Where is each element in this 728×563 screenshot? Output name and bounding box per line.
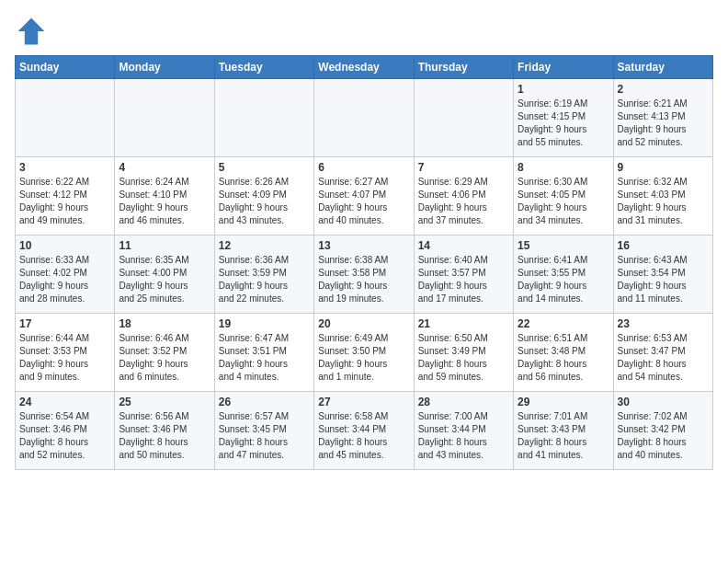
day-info: Sunrise: 7:02 AM Sunset: 3:42 PM Dayligh… [618, 410, 709, 462]
weekday-header-friday: Friday [514, 56, 613, 79]
day-info: Sunrise: 6:19 AM Sunset: 4:15 PM Dayligh… [518, 98, 609, 149]
day-number: 1 [518, 83, 609, 96]
calendar-cell: 2Sunrise: 6:21 AM Sunset: 4:13 PM Daylig… [613, 79, 712, 157]
day-number: 15 [518, 239, 609, 252]
calendar-cell: 23Sunrise: 6:53 AM Sunset: 3:47 PM Dayli… [613, 314, 712, 392]
calendar-cell: 25Sunrise: 6:56 AM Sunset: 3:46 PM Dayli… [115, 392, 214, 470]
day-number: 26 [219, 396, 310, 408]
weekday-header-thursday: Thursday [414, 56, 513, 79]
calendar-cell: 26Sunrise: 6:57 AM Sunset: 3:45 PM Dayli… [214, 392, 313, 470]
day-info: Sunrise: 6:32 AM Sunset: 4:03 PM Dayligh… [618, 176, 709, 227]
day-number: 22 [518, 317, 609, 330]
page-header [15, 15, 713, 48]
day-info: Sunrise: 7:01 AM Sunset: 3:43 PM Dayligh… [518, 410, 609, 462]
calendar-cell: 7Sunrise: 6:29 AM Sunset: 4:06 PM Daylig… [414, 157, 513, 236]
day-number: 10 [19, 239, 110, 252]
day-number: 4 [119, 161, 210, 174]
calendar-cell: 18Sunrise: 6:46 AM Sunset: 3:52 PM Dayli… [115, 314, 214, 392]
day-info: Sunrise: 6:49 AM Sunset: 3:50 PM Dayligh… [318, 332, 409, 384]
calendar-cell: 11Sunrise: 6:35 AM Sunset: 4:00 PM Dayli… [115, 236, 214, 314]
calendar-cell: 28Sunrise: 7:00 AM Sunset: 3:44 PM Dayli… [414, 392, 513, 470]
day-number: 21 [418, 317, 509, 330]
calendar-cell: 15Sunrise: 6:41 AM Sunset: 3:55 PM Dayli… [514, 236, 613, 314]
calendar-week-2: 3Sunrise: 6:22 AM Sunset: 4:12 PM Daylig… [16, 157, 713, 236]
day-number: 20 [318, 317, 409, 330]
calendar-cell [115, 79, 214, 157]
day-number: 6 [318, 161, 409, 174]
calendar-body: 1Sunrise: 6:19 AM Sunset: 4:15 PM Daylig… [16, 79, 713, 470]
day-info: Sunrise: 6:40 AM Sunset: 3:57 PM Dayligh… [418, 254, 509, 305]
calendar-cell: 6Sunrise: 6:27 AM Sunset: 4:07 PM Daylig… [314, 157, 414, 236]
day-number: 25 [119, 396, 210, 408]
calendar-cell: 1Sunrise: 6:19 AM Sunset: 4:15 PM Daylig… [514, 79, 613, 157]
day-info: Sunrise: 6:36 AM Sunset: 3:59 PM Dayligh… [219, 254, 310, 305]
calendar-cell: 27Sunrise: 6:58 AM Sunset: 3:44 PM Dayli… [314, 392, 414, 470]
day-info: Sunrise: 6:38 AM Sunset: 3:58 PM Dayligh… [318, 254, 409, 305]
weekday-header-saturday: Saturday [613, 56, 712, 79]
day-number: 16 [618, 239, 709, 252]
calendar-cell: 17Sunrise: 6:44 AM Sunset: 3:53 PM Dayli… [16, 314, 115, 392]
calendar-cell [16, 79, 115, 157]
calendar-table: SundayMondayTuesdayWednesdayThursdayFrid… [15, 55, 713, 470]
day-info: Sunrise: 6:26 AM Sunset: 4:09 PM Dayligh… [219, 176, 310, 227]
day-number: 19 [219, 317, 310, 330]
calendar-cell: 14Sunrise: 6:40 AM Sunset: 3:57 PM Dayli… [414, 236, 513, 314]
calendar-cell: 5Sunrise: 6:26 AM Sunset: 4:09 PM Daylig… [214, 157, 313, 236]
calendar-cell: 8Sunrise: 6:30 AM Sunset: 4:05 PM Daylig… [514, 157, 613, 236]
calendar-cell: 24Sunrise: 6:54 AM Sunset: 3:46 PM Dayli… [16, 392, 115, 470]
calendar-cell: 16Sunrise: 6:43 AM Sunset: 3:54 PM Dayli… [613, 236, 712, 314]
day-number: 18 [119, 317, 210, 330]
weekday-header-sunday: Sunday [16, 56, 115, 79]
day-number: 28 [418, 396, 509, 408]
day-number: 14 [418, 239, 509, 252]
day-info: Sunrise: 6:53 AM Sunset: 3:47 PM Dayligh… [618, 332, 709, 384]
day-number: 27 [318, 396, 409, 408]
day-info: Sunrise: 6:56 AM Sunset: 3:46 PM Dayligh… [119, 410, 210, 462]
calendar-cell: 13Sunrise: 6:38 AM Sunset: 3:58 PM Dayli… [314, 236, 414, 314]
logo [15, 15, 51, 48]
day-info: Sunrise: 6:43 AM Sunset: 3:54 PM Dayligh… [618, 254, 709, 305]
calendar-cell: 4Sunrise: 6:24 AM Sunset: 4:10 PM Daylig… [115, 157, 214, 236]
day-number: 3 [19, 161, 110, 174]
day-number: 7 [418, 161, 509, 174]
calendar-cell: 21Sunrise: 6:50 AM Sunset: 3:49 PM Dayli… [414, 314, 513, 392]
day-info: Sunrise: 6:47 AM Sunset: 3:51 PM Dayligh… [219, 332, 310, 384]
logo-icon [15, 15, 48, 48]
day-info: Sunrise: 6:44 AM Sunset: 3:53 PM Dayligh… [19, 332, 110, 384]
day-info: Sunrise: 7:00 AM Sunset: 3:44 PM Dayligh… [418, 410, 509, 462]
day-number: 23 [618, 317, 709, 330]
day-info: Sunrise: 6:22 AM Sunset: 4:12 PM Dayligh… [19, 176, 110, 227]
day-number: 29 [518, 396, 609, 408]
day-info: Sunrise: 6:35 AM Sunset: 4:00 PM Dayligh… [119, 254, 210, 305]
day-info: Sunrise: 6:41 AM Sunset: 3:55 PM Dayligh… [518, 254, 609, 305]
weekday-row: SundayMondayTuesdayWednesdayThursdayFrid… [16, 56, 713, 79]
calendar-cell: 12Sunrise: 6:36 AM Sunset: 3:59 PM Dayli… [214, 236, 313, 314]
day-info: Sunrise: 6:54 AM Sunset: 3:46 PM Dayligh… [19, 410, 110, 462]
calendar-cell: 19Sunrise: 6:47 AM Sunset: 3:51 PM Dayli… [214, 314, 313, 392]
calendar-week-1: 1Sunrise: 6:19 AM Sunset: 4:15 PM Daylig… [16, 79, 713, 157]
day-number: 30 [618, 396, 709, 408]
day-number: 24 [19, 396, 110, 408]
calendar-cell: 20Sunrise: 6:49 AM Sunset: 3:50 PM Dayli… [314, 314, 414, 392]
calendar-cell: 3Sunrise: 6:22 AM Sunset: 4:12 PM Daylig… [16, 157, 115, 236]
weekday-header-monday: Monday [115, 56, 214, 79]
calendar-week-5: 24Sunrise: 6:54 AM Sunset: 3:46 PM Dayli… [16, 392, 713, 470]
day-info: Sunrise: 6:24 AM Sunset: 4:10 PM Dayligh… [119, 176, 210, 227]
calendar-cell: 9Sunrise: 6:32 AM Sunset: 4:03 PM Daylig… [613, 157, 712, 236]
day-number: 12 [219, 239, 310, 252]
day-info: Sunrise: 6:33 AM Sunset: 4:02 PM Dayligh… [19, 254, 110, 305]
calendar-cell: 10Sunrise: 6:33 AM Sunset: 4:02 PM Dayli… [16, 236, 115, 314]
calendar-cell [314, 79, 414, 157]
day-number: 11 [119, 239, 210, 252]
weekday-header-tuesday: Tuesday [214, 56, 313, 79]
day-info: Sunrise: 6:29 AM Sunset: 4:06 PM Dayligh… [418, 176, 509, 227]
calendar-cell [414, 79, 513, 157]
calendar-cell: 29Sunrise: 7:01 AM Sunset: 3:43 PM Dayli… [514, 392, 613, 470]
calendar-header: SundayMondayTuesdayWednesdayThursdayFrid… [16, 56, 713, 79]
day-info: Sunrise: 6:30 AM Sunset: 4:05 PM Dayligh… [518, 176, 609, 227]
day-number: 8 [518, 161, 609, 174]
calendar-week-3: 10Sunrise: 6:33 AM Sunset: 4:02 PM Dayli… [16, 236, 713, 314]
calendar-cell [214, 79, 313, 157]
calendar-cell: 30Sunrise: 7:02 AM Sunset: 3:42 PM Dayli… [613, 392, 712, 470]
day-info: Sunrise: 6:46 AM Sunset: 3:52 PM Dayligh… [119, 332, 210, 384]
